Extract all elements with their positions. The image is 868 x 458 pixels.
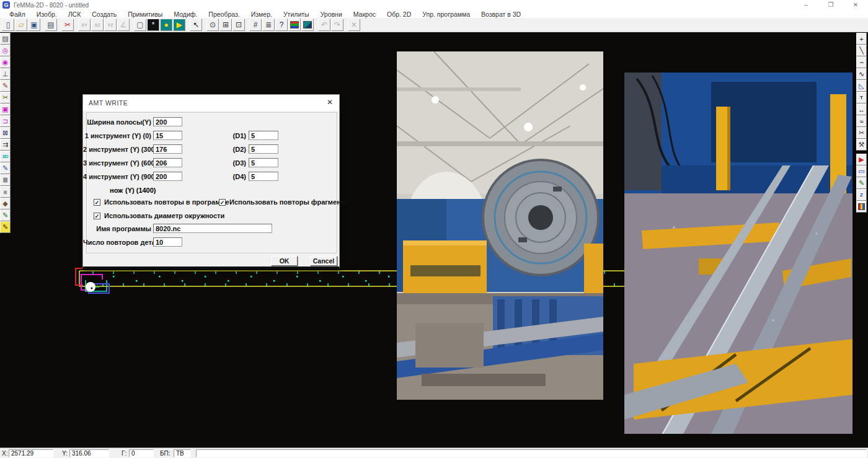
arrow-render-button[interactable]: ▶ — [173, 19, 185, 31]
status-y-value: 316.06 — [69, 449, 109, 457]
active-tool-icon[interactable]: ✎ — [0, 221, 11, 233]
rect-contour-tool-icon[interactable]: ▣ — [0, 103, 11, 115]
equidistant-tool-icon[interactable]: ⇉ — [0, 139, 11, 151]
dimension-tool-icon[interactable]: ↔ — [856, 103, 867, 115]
menu-item-3[interactable]: Создать — [86, 11, 122, 18]
repeat-program-checkbox[interactable]: ✓ — [94, 199, 100, 206]
z-move-tool-icon[interactable]: Z — [856, 189, 867, 201]
repeat-fragment-checkbox[interactable]: ✓ — [219, 199, 226, 206]
contour-tool-icon[interactable]: ⊐ — [0, 115, 11, 127]
status-x-label: X: — [2, 450, 7, 457]
menu-item-4[interactable]: Примитивы — [122, 11, 168, 18]
menu-item-8[interactable]: Утилиты — [278, 11, 315, 18]
to-3d-tool-icon[interactable]: 3D — [0, 151, 11, 162]
hatch-tool-icon[interactable]: ▨ — [0, 33, 11, 45]
arc-tool-icon[interactable]: ⌢ — [856, 56, 867, 68]
node-circle-tool-icon[interactable]: ◎ — [0, 45, 11, 56]
menu-item-2[interactable]: ЛСК — [63, 11, 87, 18]
ok-button[interactable]: OK — [271, 256, 298, 266]
tool-diameter-input[interactable] — [249, 158, 278, 167]
image-button[interactable] — [301, 19, 314, 31]
star-render-button[interactable]: * — [147, 19, 159, 31]
tool-diameter-input[interactable] — [249, 172, 278, 181]
program-name-label: Имя программы — [83, 225, 151, 232]
part-repeats-input[interactable] — [153, 237, 182, 247]
frame-tool-icon[interactable]: ▭ — [856, 165, 867, 177]
node-circle2-tool-icon[interactable]: ◉ — [0, 56, 11, 68]
trace-tool-icon[interactable]: ✎ — [0, 209, 11, 221]
view-xy-button: XY — [78, 19, 91, 31]
tool-diameter-input[interactable] — [249, 144, 278, 154]
menu-item-12[interactable]: Упр. программа — [417, 11, 476, 18]
minimize-button[interactable]: – — [794, 0, 818, 10]
hammer-tool-icon[interactable]: ⚒ — [856, 139, 867, 151]
point-tool-icon[interactable]: + — [856, 33, 867, 45]
tool-row-value-input[interactable] — [153, 158, 182, 167]
pocket-tool-icon[interactable]: ⊠ — [0, 127, 11, 139]
spline-tool-icon[interactable]: ∿ — [856, 68, 867, 80]
menu-item-5[interactable]: Модиф. — [168, 11, 203, 18]
trim-tool-icon[interactable]: ✂ — [856, 127, 867, 139]
zoom-extents-button[interactable]: ⊞ — [219, 19, 232, 31]
tool-row-value-input[interactable] — [153, 144, 182, 154]
titlebar: G ГеММа-2D - 8020 - untitled – ❐ ✕ — [0, 0, 868, 10]
menu-item-7[interactable]: Измер. — [246, 11, 278, 18]
layers-button[interactable]: ≣ — [262, 19, 275, 31]
line-tool-icon[interactable]: ╲ — [856, 45, 867, 56]
levels-colors-button[interactable] — [288, 19, 301, 31]
cancel-button[interactable]: Cancel — [310, 256, 337, 266]
polygon-tool-icon[interactable]: ◺ — [856, 80, 867, 92]
application-window: G ГеММа-2D - 8020 - untitled – ❐ ✕ ФайлИ… — [0, 0, 868, 458]
menu-item-10[interactable]: Макрос — [348, 11, 381, 18]
menu-item-1[interactable]: Изобр. — [31, 11, 63, 18]
postprocessor-button[interactable]: ✂ — [61, 19, 74, 31]
shade-render-button[interactable]: ● — [160, 19, 172, 31]
tool-diameter-input[interactable] — [249, 131, 278, 140]
levels-chart-icon[interactable] — [856, 201, 867, 213]
new-file-button[interactable]: ▯ — [2, 19, 14, 31]
app-icon: G — [2, 1, 10, 9]
close-button[interactable]: ✕ — [843, 0, 868, 10]
machine-tool-icon[interactable]: ◆ — [0, 198, 11, 209]
engrave-tool-icon[interactable]: ✎ — [0, 162, 11, 174]
sheet-button[interactable]: ▢ — [134, 19, 146, 31]
tool-row-value-input[interactable] — [153, 172, 182, 181]
pen-tool-icon[interactable]: ✎ — [0, 80, 11, 92]
open-file-button[interactable]: ▱ — [15, 19, 27, 31]
tool-row-value-input[interactable] — [153, 117, 182, 126]
run-program-icon[interactable]: ▶ — [856, 154, 867, 165]
dialog-close-icon[interactable]: ✕ — [325, 98, 335, 108]
edit-program-icon[interactable]: ✎ — [856, 177, 867, 189]
drawing-canvas[interactable]: ▨◎◉⊥✎✂▣⊐⊠⇉3D✎≣≡◆✎✎ +╲⌢∿◺T↔≈✂⚒▶▭✎Z AMT WR… — [0, 32, 868, 447]
wave-tool-icon[interactable]: ≈ — [856, 115, 867, 127]
tool-diameter-label: (D1) — [179, 132, 246, 139]
part-repeats-label: Число повторов детали — [83, 239, 151, 246]
print-button[interactable]: ▤ — [45, 19, 57, 31]
save-file-button[interactable]: ▣ — [28, 19, 40, 31]
program-name-input[interactable] — [153, 224, 272, 233]
tech-params-tool-icon[interactable]: ≡ — [0, 186, 11, 198]
part-repeats-row: Число повторов детали — [83, 237, 339, 247]
menu-item-0[interactable]: Файл — [4, 11, 31, 18]
help-pointer-button[interactable]: ? — [275, 19, 288, 31]
grid-button[interactable]: # — [249, 19, 262, 31]
select-pointer-button[interactable]: ↖ — [190, 19, 202, 31]
amt-write-dialog: AMT WRITE ✕ Ширина полосы(Y)1 инструмент… — [82, 94, 340, 269]
zoom-dynamic-button[interactable]: ⊙ — [206, 19, 219, 31]
menu-item-13[interactable]: Возврат в 3D — [476, 11, 526, 18]
start-node-marker[interactable] — [86, 282, 95, 292]
maximize-button[interactable]: ❐ — [818, 0, 843, 10]
measure-tool-icon[interactable]: ⊥ — [0, 68, 11, 80]
menu-item-6[interactable]: Преобраз. — [203, 11, 245, 18]
left-tool-palette: ▨◎◉⊥✎✂▣⊐⊠⇉3D✎≣≡◆✎✎ — [0, 33, 11, 233]
menu-item-9[interactable]: Уровни — [315, 11, 348, 18]
circle-diameter-checkbox[interactable]: ✓ — [94, 213, 100, 219]
menu-item-11[interactable]: Обр. 2D — [381, 11, 417, 18]
tool-row-value-input[interactable] — [153, 131, 182, 140]
tool-row-2: 2 инструмент (Y) (300)(D2) — [83, 144, 339, 154]
dialog-titlebar[interactable]: AMT WRITE ✕ — [83, 95, 339, 111]
text-tool-icon[interactable]: T — [856, 92, 867, 103]
zoom-window-button[interactable]: ⊡ — [232, 19, 245, 31]
tech-list-tool-icon[interactable]: ≣ — [0, 174, 11, 186]
cut-tool-icon[interactable]: ✂ — [0, 92, 11, 103]
